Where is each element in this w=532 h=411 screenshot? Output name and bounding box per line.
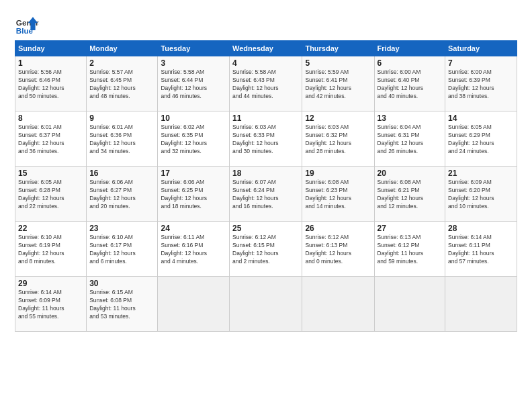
day-info: Sunrise: 6:06 AM Sunset: 6:27 PM Dayligh… xyxy=(89,179,154,211)
calendar-cell xyxy=(445,277,517,332)
day-number: 18 xyxy=(232,169,299,178)
day-info: Sunrise: 6:01 AM Sunset: 6:37 PM Dayligh… xyxy=(18,124,83,156)
calendar-cell: 8Sunrise: 6:01 AM Sunset: 6:37 PM Daylig… xyxy=(15,111,87,167)
day-info: Sunrise: 6:05 AM Sunset: 6:28 PM Dayligh… xyxy=(18,179,83,211)
day-number: 25 xyxy=(232,224,299,233)
day-number: 8 xyxy=(18,113,83,123)
calendar-cell: 9Sunrise: 6:01 AM Sunset: 6:36 PM Daylig… xyxy=(87,111,158,167)
calendar-cell: 2Sunrise: 5:57 AM Sunset: 6:45 PM Daylig… xyxy=(87,56,158,111)
calendar-cell xyxy=(302,277,374,332)
calendar-cell: 22Sunrise: 6:10 AM Sunset: 6:19 PM Dayli… xyxy=(15,222,87,277)
calendar-cell: 1Sunrise: 5:56 AM Sunset: 6:46 PM Daylig… xyxy=(15,56,87,111)
calendar-cell: 18Sunrise: 6:07 AM Sunset: 6:24 PM Dayli… xyxy=(230,167,302,222)
day-info: Sunrise: 6:03 AM Sunset: 6:33 PM Dayligh… xyxy=(232,124,299,156)
calendar-week-1: 1Sunrise: 5:56 AM Sunset: 6:46 PM Daylig… xyxy=(15,56,517,111)
day-number: 13 xyxy=(378,113,442,123)
day-number: 11 xyxy=(232,113,299,123)
day-number: 10 xyxy=(161,113,226,123)
day-number: 7 xyxy=(448,58,514,68)
day-number: 14 xyxy=(448,113,514,123)
day-number: 2 xyxy=(89,58,154,68)
day-info: Sunrise: 6:07 AM Sunset: 6:24 PM Dayligh… xyxy=(232,179,299,211)
calendar: SundayMondayTuesdayWednesdayThursdayFrid… xyxy=(15,40,517,332)
day-info: Sunrise: 6:14 AM Sunset: 6:11 PM Dayligh… xyxy=(448,234,514,266)
day-number: 4 xyxy=(232,58,299,68)
logo: General Blue xyxy=(15,12,39,36)
day-number: 29 xyxy=(18,279,83,288)
calendar-cell: 24Sunrise: 6:11 AM Sunset: 6:16 PM Dayli… xyxy=(158,222,230,277)
calendar-cell: 27Sunrise: 6:13 AM Sunset: 6:12 PM Dayli… xyxy=(374,222,445,277)
day-info: Sunrise: 5:58 AM Sunset: 6:44 PM Dayligh… xyxy=(161,68,226,101)
day-info: Sunrise: 6:06 AM Sunset: 6:25 PM Dayligh… xyxy=(161,179,226,211)
day-info: Sunrise: 5:56 AM Sunset: 6:46 PM Dayligh… xyxy=(18,68,83,101)
day-info: Sunrise: 6:03 AM Sunset: 6:32 PM Dayligh… xyxy=(305,124,371,156)
calendar-week-4: 22Sunrise: 6:10 AM Sunset: 6:19 PM Dayli… xyxy=(15,222,517,277)
day-info: Sunrise: 6:15 AM Sunset: 6:08 PM Dayligh… xyxy=(89,289,154,321)
logo-icon: General Blue xyxy=(15,12,39,36)
calendar-week-5: 29Sunrise: 6:14 AM Sunset: 6:09 PM Dayli… xyxy=(15,277,517,332)
day-info: Sunrise: 6:00 AM Sunset: 6:39 PM Dayligh… xyxy=(448,68,514,101)
calendar-cell: 5Sunrise: 5:59 AM Sunset: 6:41 PM Daylig… xyxy=(302,56,374,111)
day-number: 26 xyxy=(305,224,371,233)
day-number: 27 xyxy=(378,224,442,233)
calendar-cell: 12Sunrise: 6:03 AM Sunset: 6:32 PM Dayli… xyxy=(302,111,374,167)
calendar-cell: 20Sunrise: 6:08 AM Sunset: 6:21 PM Dayli… xyxy=(374,167,445,222)
day-number: 23 xyxy=(89,224,154,233)
day-number: 20 xyxy=(378,169,442,178)
day-info: Sunrise: 5:57 AM Sunset: 6:45 PM Dayligh… xyxy=(89,68,154,101)
day-number: 28 xyxy=(448,224,514,233)
day-info: Sunrise: 5:58 AM Sunset: 6:43 PM Dayligh… xyxy=(232,68,299,101)
weekday-header-thursday: Thursday xyxy=(302,41,374,56)
day-info: Sunrise: 5:59 AM Sunset: 6:41 PM Dayligh… xyxy=(305,68,371,101)
calendar-cell: 21Sunrise: 6:09 AM Sunset: 6:20 PM Dayli… xyxy=(445,167,517,222)
day-number: 6 xyxy=(378,58,442,68)
calendar-cell: 30Sunrise: 6:15 AM Sunset: 6:08 PM Dayli… xyxy=(87,277,158,332)
day-info: Sunrise: 6:10 AM Sunset: 6:17 PM Dayligh… xyxy=(89,234,154,266)
day-info: Sunrise: 6:04 AM Sunset: 6:31 PM Dayligh… xyxy=(378,124,442,156)
weekday-header-wednesday: Wednesday xyxy=(230,41,302,56)
calendar-cell: 10Sunrise: 6:02 AM Sunset: 6:35 PM Dayli… xyxy=(158,111,230,167)
day-number: 1 xyxy=(18,58,83,68)
day-number: 21 xyxy=(448,169,514,178)
calendar-cell xyxy=(158,277,230,332)
calendar-week-3: 15Sunrise: 6:05 AM Sunset: 6:28 PM Dayli… xyxy=(15,167,517,222)
calendar-cell: 3Sunrise: 5:58 AM Sunset: 6:44 PM Daylig… xyxy=(158,56,230,111)
day-number: 3 xyxy=(161,58,226,68)
calendar-cell: 28Sunrise: 6:14 AM Sunset: 6:11 PM Dayli… xyxy=(445,222,517,277)
calendar-cell: 15Sunrise: 6:05 AM Sunset: 6:28 PM Dayli… xyxy=(15,167,87,222)
day-info: Sunrise: 6:12 AM Sunset: 6:13 PM Dayligh… xyxy=(305,234,371,266)
calendar-cell xyxy=(374,277,445,332)
calendar-cell: 14Sunrise: 6:05 AM Sunset: 6:29 PM Dayli… xyxy=(445,111,517,167)
calendar-cell: 6Sunrise: 6:00 AM Sunset: 6:40 PM Daylig… xyxy=(374,56,445,111)
day-number: 5 xyxy=(305,58,371,68)
weekday-header-tuesday: Tuesday xyxy=(158,41,230,56)
day-info: Sunrise: 6:14 AM Sunset: 6:09 PM Dayligh… xyxy=(18,289,83,321)
day-info: Sunrise: 6:02 AM Sunset: 6:35 PM Dayligh… xyxy=(161,124,226,156)
calendar-cell: 23Sunrise: 6:10 AM Sunset: 6:17 PM Dayli… xyxy=(87,222,158,277)
day-number: 12 xyxy=(305,113,371,123)
weekday-header-sunday: Sunday xyxy=(15,41,87,56)
day-number: 24 xyxy=(161,224,226,233)
day-info: Sunrise: 6:08 AM Sunset: 6:23 PM Dayligh… xyxy=(305,179,371,211)
day-number: 9 xyxy=(89,113,154,123)
calendar-header-row: SundayMondayTuesdayWednesdayThursdayFrid… xyxy=(15,41,517,56)
calendar-cell: 19Sunrise: 6:08 AM Sunset: 6:23 PM Dayli… xyxy=(302,167,374,222)
calendar-week-2: 8Sunrise: 6:01 AM Sunset: 6:37 PM Daylig… xyxy=(15,111,517,167)
calendar-cell: 4Sunrise: 5:58 AM Sunset: 6:43 PM Daylig… xyxy=(230,56,302,111)
calendar-cell: 25Sunrise: 6:12 AM Sunset: 6:15 PM Dayli… xyxy=(230,222,302,277)
day-number: 19 xyxy=(305,169,371,178)
day-info: Sunrise: 6:13 AM Sunset: 6:12 PM Dayligh… xyxy=(378,234,442,266)
calendar-cell: 13Sunrise: 6:04 AM Sunset: 6:31 PM Dayli… xyxy=(374,111,445,167)
day-info: Sunrise: 6:10 AM Sunset: 6:19 PM Dayligh… xyxy=(18,234,83,266)
day-number: 30 xyxy=(89,279,154,288)
calendar-cell xyxy=(230,277,302,332)
weekday-header-monday: Monday xyxy=(87,41,158,56)
calendar-cell: 11Sunrise: 6:03 AM Sunset: 6:33 PM Dayli… xyxy=(230,111,302,167)
calendar-cell: 26Sunrise: 6:12 AM Sunset: 6:13 PM Dayli… xyxy=(302,222,374,277)
day-info: Sunrise: 6:12 AM Sunset: 6:15 PM Dayligh… xyxy=(232,234,299,266)
day-number: 16 xyxy=(89,169,154,178)
day-info: Sunrise: 6:00 AM Sunset: 6:40 PM Dayligh… xyxy=(378,68,442,101)
day-info: Sunrise: 6:11 AM Sunset: 6:16 PM Dayligh… xyxy=(161,234,226,266)
weekday-header-saturday: Saturday xyxy=(445,41,517,56)
calendar-cell: 16Sunrise: 6:06 AM Sunset: 6:27 PM Dayli… xyxy=(87,167,158,222)
